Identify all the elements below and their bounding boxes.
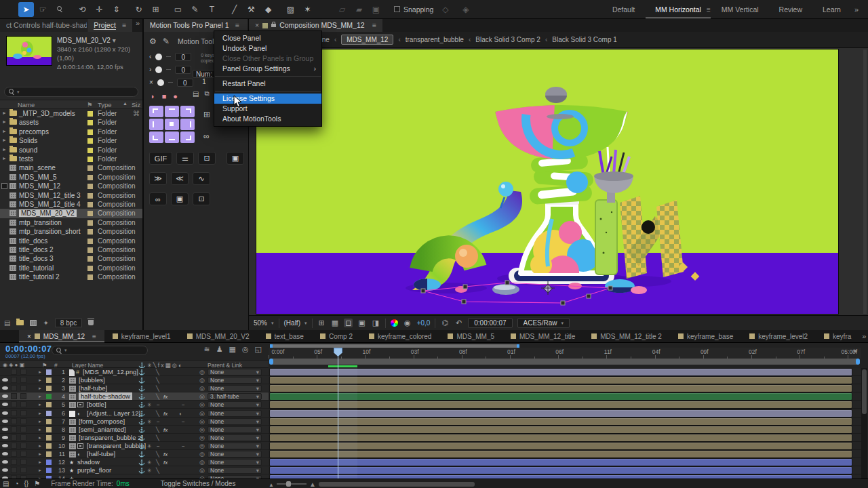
switch-anchor-icon[interactable]: ⚓ — [138, 443, 145, 449]
timeline-tabs-overflow-icon[interactable]: » — [859, 330, 868, 342]
layer-row-[bubbles][interactable]: ►2[bubbles]⚓╲◎None▾ — [0, 376, 269, 384]
project-item-precomps[interactable]: ►precompsFolder — [0, 127, 142, 136]
pick-whip-icon[interactable]: ◎ — [199, 459, 205, 466]
pick-whip-icon[interactable]: ◎ — [199, 369, 205, 375]
timeline-tab-mds-mm-12-title-2[interactable]: MDS_MM_12_title 2 — [583, 330, 670, 342]
puppet-pin-tool-icon[interactable]: ✶ — [300, 2, 315, 17]
project-item-_MTP_3D_models[interactable]: ►_MTP_3D_modelsFolder⌘ — [0, 109, 142, 118]
roto-brush-tool-icon[interactable]: ▨ — [283, 2, 298, 17]
gif-button[interactable]: GIF — [149, 152, 172, 165]
label-color-swatch[interactable] — [87, 165, 93, 171]
composition-canvas[interactable] — [256, 49, 838, 314]
draft-3d-icon[interactable]: ♟ — [216, 345, 223, 354]
label-color-swatch[interactable] — [87, 211, 93, 216]
expand-arrow-icon[interactable]: ► — [2, 110, 7, 115]
switch-quality-icon[interactable]: ╲ — [156, 435, 159, 441]
workspace-overflow-icon[interactable]: » — [852, 5, 861, 14]
layer-label-swatch[interactable] — [46, 451, 52, 457]
viewer-panel-menu-icon[interactable]: ≡ — [372, 19, 376, 32]
label-color-swatch[interactable] — [87, 256, 93, 262]
label-color-swatch[interactable] — [87, 111, 93, 117]
timeline-tab-keyframe-level2[interactable]: keyframe_level2 — [741, 330, 816, 342]
switch-anchor-icon[interactable]: ⚓ — [138, 411, 145, 417]
parent-link-select[interactable]: None▾ — [208, 459, 262, 466]
switch-quality-icon[interactable]: ╲ — [156, 451, 159, 458]
layer-name[interactable]: [bubbles] — [79, 376, 105, 384]
anchor-bottom-button[interactable] — [165, 131, 179, 143]
label-color-swatch[interactable] — [87, 229, 93, 235]
switch-quality-icon[interactable]: ╲ — [156, 394, 159, 400]
project-item-title_docs 3[interactable]: title_docs 3Composition — [0, 254, 142, 263]
timeline-tab-text-base[interactable]: text_base — [258, 330, 312, 342]
layer-label-swatch[interactable] — [46, 427, 52, 432]
pick-whip-icon[interactable]: ◎ — [199, 393, 205, 400]
layer-name[interactable]: [MDS_MM_12.png] — [83, 368, 138, 375]
item-checkbox[interactable] — [1, 183, 7, 189]
switch-quality-icon[interactable]: ╲ — [156, 386, 159, 392]
tab-effect-controls[interactable]: ct Controls half-tube-shadow — [0, 19, 87, 32]
project-item-MDS_MM_5[interactable]: MDS_MM_5Composition — [0, 173, 142, 182]
switch-quality-icon[interactable]: ╲ — [156, 411, 159, 417]
layer-name[interactable]: purple_floor — [77, 466, 111, 474]
visibility-eye-icon[interactable] — [2, 436, 8, 439]
magnification-select[interactable]: 50%▾ — [254, 319, 274, 327]
channel-color-icon[interactable] — [391, 319, 398, 327]
sort-arrow-icon[interactable]: ▲ — [123, 101, 127, 106]
workspace-review[interactable]: Review — [770, 0, 812, 19]
switch-anchor-icon[interactable]: ⚓ — [138, 419, 145, 425]
dolly-camera-tool-icon[interactable]: ⇕ — [108, 2, 124, 17]
anchor-target-icon[interactable]: ⊡ — [193, 192, 210, 205]
settings-gear-icon[interactable]: ⚙ — [149, 37, 157, 46]
pixel-aspect-icon[interactable]: ◨ — [371, 319, 380, 327]
motion-blur-icon[interactable]: ◎ — [242, 345, 249, 354]
visibility-eye-icon[interactable] — [2, 420, 8, 423]
interpret-footage-icon[interactable]: ▤ — [4, 319, 10, 327]
parent-link-select[interactable]: None▾ — [208, 426, 262, 433]
project-item-MDS_MM_12[interactable]: MDS_MM_12Composition — [0, 182, 142, 190]
expand-arrow-icon[interactable]: ► — [2, 147, 7, 152]
layer-expand-icon[interactable]: ► — [38, 378, 42, 382]
pen-tool-icon[interactable]: ✎ — [187, 2, 203, 17]
duplicate-icon[interactable]: ⧉ — [204, 89, 209, 98]
track-row-12[interactable] — [269, 458, 861, 466]
snap-option-2-icon[interactable]: ◈ — [458, 2, 473, 17]
switch-quality-icon[interactable]: ╲ — [156, 369, 159, 375]
layer-row-[Adjust... Layer 12][interactable]: ►6◐[Adjust... Layer 12]⚓╲fx◐◎None▾ — [0, 409, 269, 418]
list-icon[interactable]: ▤ — [193, 90, 199, 98]
timeline-tab-mds-mm-5[interactable]: MDS_MM_5 — [439, 330, 502, 342]
link-icon[interactable]: ∞ — [149, 192, 167, 205]
project-item-Solids[interactable]: ►SolidsFolder — [0, 136, 142, 145]
ease-out-icon[interactable]: ≫ — [149, 172, 167, 185]
visibility-eye-icon[interactable] — [2, 378, 8, 382]
visibility-eye-icon[interactable] — [2, 386, 8, 390]
breadcrumb-Black Solid 3 Comp 1[interactable]: Black Solid 3 Comp 1 — [552, 36, 617, 43]
expand-arrow-icon[interactable]: ► — [2, 156, 7, 161]
layer-label-swatch[interactable] — [46, 369, 52, 375]
zoom-out-mountain-icon[interactable]: ▲ — [269, 482, 274, 488]
layer-name[interactable]: [half-tube] — [79, 384, 107, 392]
anchor-top-left-button[interactable] — [149, 106, 163, 117]
anchor-left-button[interactable] — [149, 119, 163, 130]
layer-label-swatch[interactable] — [46, 435, 52, 441]
project-item-title_docs[interactable]: title_docsComposition — [0, 237, 142, 245]
mask-visibility-icon[interactable]: ◻ — [344, 319, 353, 327]
keyframe-dot-icon[interactable] — [155, 54, 162, 60]
layer-row-[bottle][interactable]: ►5[bottle]⚓✳−−◎None▾ — [0, 401, 269, 409]
rotation-tool-icon[interactable]: ↻ — [131, 2, 146, 17]
project-item-mtp_transition[interactable]: mtp_transitionComposition — [0, 218, 142, 227]
axis-mode-view-icon[interactable]: ▣ — [368, 2, 384, 17]
column-name[interactable]: Name — [18, 101, 35, 108]
pick-whip-icon[interactable]: ◎ — [199, 418, 205, 425]
switch-collapse-icon[interactable]: ✳ — [147, 419, 152, 425]
pick-whip-icon[interactable]: ◎ — [199, 467, 205, 474]
layer-label-swatch[interactable] — [46, 419, 52, 424]
edit-pencil-icon[interactable]: ✎ — [163, 37, 170, 46]
label-color-swatch[interactable] — [87, 239, 93, 244]
snapping-checkbox[interactable] — [394, 6, 400, 12]
zoom-tool-icon[interactable] — [52, 2, 68, 17]
track-row-2[interactable] — [269, 376, 861, 384]
project-item-MDS_MM_12_title 4[interactable]: MDS_MM_12_title 4Composition — [0, 200, 142, 209]
layer-label-swatch[interactable] — [46, 386, 52, 391]
switch-fx-icon[interactable]: fx — [163, 451, 167, 458]
layer-row-[semi_aniamted][interactable]: ►8[semi_aniamted]⚓╲fx◎None▾ — [0, 426, 269, 434]
